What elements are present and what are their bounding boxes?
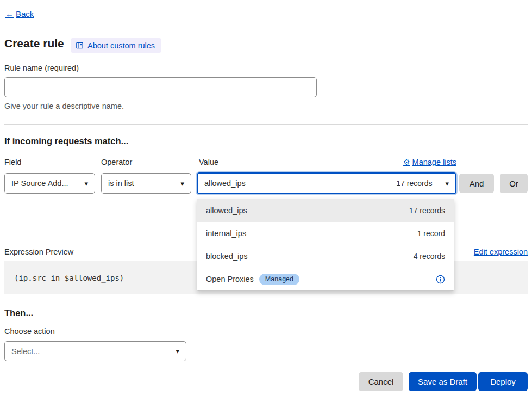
manage-lists-label: Manage lists (412, 158, 456, 166)
action-select[interactable]: Select... ▾ (4, 341, 186, 361)
list-option-name: internal_ips (206, 229, 246, 238)
value-select-records: 17 records (396, 179, 432, 188)
deploy-button[interactable]: Deploy (478, 372, 528, 391)
gear-icon: ⚙ (403, 158, 410, 166)
value-select-value: allowed_ips (204, 179, 246, 188)
save-as-draft-button[interactable]: Save as Draft (409, 372, 477, 391)
list-option-records: 1 record (417, 229, 445, 238)
list-dropdown-menu: allowed_ips 17 records internal_ips 1 re… (197, 199, 454, 291)
info-icon[interactable] (436, 275, 445, 284)
chevron-down-icon: ▾ (84, 180, 88, 187)
or-button[interactable]: Or (500, 174, 528, 193)
edit-expression-link[interactable]: Edit expression (474, 248, 528, 256)
back-link-label: Back (16, 9, 34, 18)
list-option-internal-ips[interactable]: internal_ips 1 record (197, 222, 454, 245)
expression-code: (ip.src in $allowed_ips) (14, 274, 124, 282)
about-custom-rules-link[interactable]: About custom rules (71, 38, 161, 53)
page-title: Create rule (4, 37, 64, 50)
about-custom-rules-label: About custom rules (87, 41, 155, 50)
list-option-records: 4 records (414, 252, 445, 261)
rule-name-input[interactable] (4, 77, 317, 97)
rule-name-label: Rule name (required) (4, 64, 79, 72)
field-select[interactable]: IP Source Add... ▾ (4, 173, 95, 194)
back-arrow-icon: ← (5, 9, 14, 18)
value-select[interactable]: allowed_ips 17 records ▾ (197, 172, 456, 194)
rule-name-helper: Give your rule a descriptive name. (4, 102, 124, 110)
expression-preview-label: Expression Preview (4, 248, 73, 256)
operator-select-value: is in list (108, 179, 134, 188)
managed-badge: Managed (259, 274, 299, 285)
list-option-allowed-ips[interactable]: allowed_ips 17 records (197, 199, 454, 222)
list-option-open-proxies[interactable]: Open Proxies Managed (197, 268, 454, 290)
chevron-down-icon: ▾ (176, 348, 179, 355)
and-button[interactable]: And (459, 174, 494, 193)
list-option-records: 17 records (409, 206, 445, 215)
list-option-name: Open Proxies (206, 275, 254, 283)
back-link[interactable]: ←Back (5, 9, 34, 18)
list-option-blocked-ips[interactable]: blocked_ips 4 records (197, 245, 454, 268)
chevron-down-icon: ▾ (180, 180, 184, 187)
operator-label: Operator (101, 158, 132, 166)
create-rule-page: ←Back Create rule About custom rules Rul… (0, 0, 532, 402)
chevron-down-icon: ▾ (445, 180, 449, 187)
operator-select[interactable]: is in list ▾ (101, 173, 191, 194)
field-label: Field (4, 158, 21, 166)
match-section-heading: If incoming requests match... (4, 136, 128, 146)
manage-lists-link[interactable]: ⚙Manage lists (403, 158, 456, 166)
value-label: Value (199, 158, 218, 166)
list-option-name: allowed_ips (206, 206, 247, 215)
section-divider (4, 124, 528, 125)
choose-action-label: Choose action (4, 327, 55, 336)
docs-icon (76, 41, 84, 50)
cancel-button[interactable]: Cancel (359, 372, 403, 391)
field-select-value: IP Source Add... (11, 179, 68, 188)
list-option-name: blocked_ips (206, 252, 248, 261)
then-section-heading: Then... (4, 308, 33, 318)
action-select-placeholder: Select... (11, 347, 40, 356)
